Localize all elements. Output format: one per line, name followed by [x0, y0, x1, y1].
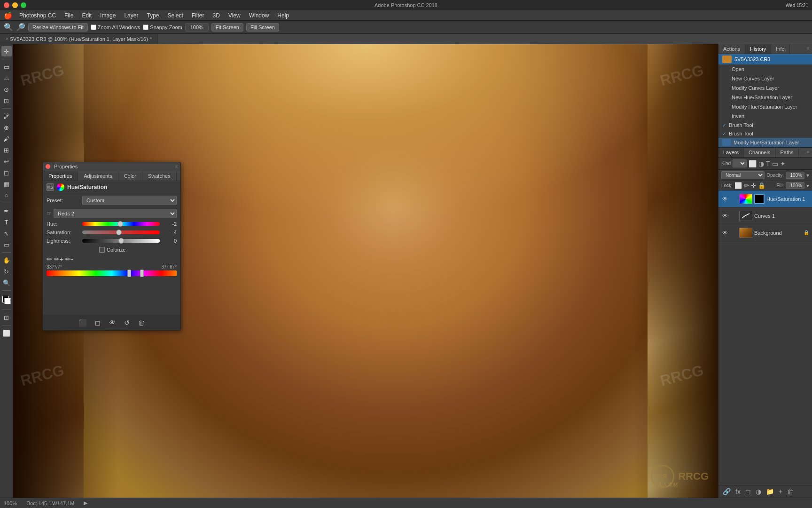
path-select-tool[interactable]: ↖ [1, 228, 12, 238]
hue-slider-thumb[interactable] [117, 221, 123, 227]
marquee-tool[interactable]: ▭ [1, 62, 12, 72]
add-range-icon[interactable]: ✏+ [54, 255, 63, 263]
clone-tool[interactable]: ⊞ [1, 145, 12, 155]
crop-tool[interactable]: ⊡ [1, 95, 12, 106]
eyedropper-tool[interactable]: 🖉 [1, 111, 12, 121]
layer-item-curves[interactable]: 👁 Curves 1 [718, 207, 812, 224]
gradient-tool[interactable]: ▦ [1, 179, 12, 189]
layer-type-icon[interactable]: T [766, 160, 770, 167]
clip-to-layer-btn[interactable]: ◻ [93, 318, 102, 327]
quick-select-tool[interactable]: ⊙ [1, 84, 12, 95]
screen-mode-btn[interactable]: ⬜ [1, 328, 12, 338]
history-item-6[interactable]: Invert [718, 111, 812, 121]
history-panel-menu[interactable]: ≡ [804, 44, 812, 54]
menu-filter[interactable]: Filter [188, 11, 208, 20]
lightness-slider-track[interactable] [82, 239, 160, 243]
menu-edit[interactable]: Edit [78, 11, 95, 20]
layer-eye-background[interactable]: 👁 [721, 230, 729, 236]
apple-icon[interactable]: 🍎 [4, 11, 13, 20]
preset-select[interactable]: Custom Default [82, 196, 177, 205]
new-fill-btn[interactable]: ◑ [754, 487, 763, 496]
hand-tool[interactable]: ✋ [1, 255, 12, 265]
lock-position-icon[interactable]: ✛ [751, 182, 756, 189]
fill-input[interactable] [786, 182, 804, 189]
history-item-0[interactable]: 5V5A3323.CR3 [718, 54, 812, 64]
history-item-7[interactable]: ✓ Brush Tool [718, 121, 812, 129]
tab-history[interactable]: History [745, 44, 771, 54]
pencil-range-icon[interactable]: ✏ [47, 255, 52, 263]
opacity-input[interactable] [786, 172, 804, 179]
blend-mode-select[interactable]: Normal Multiply Screen [721, 171, 765, 179]
resize-windows-btn[interactable]: Resize Windows to Fit [28, 23, 88, 32]
maximize-button[interactable] [21, 2, 26, 8]
lock-image-icon[interactable]: ✏ [744, 182, 749, 189]
colorize-label[interactable]: Colorize [99, 247, 125, 253]
tab-layers[interactable]: Layers [718, 148, 744, 157]
lock-all-icon[interactable]: 🔒 [758, 182, 765, 189]
target-adjust-icon[interactable]: ☞ [47, 210, 52, 217]
eye-btn[interactable]: 👁 [107, 318, 117, 327]
document-tab[interactable]: × 5V5A3323.CR3 @ 100% (Hue/Saturation 1,… [0, 34, 158, 44]
lock-transparent-icon[interactable]: ⬜ [734, 182, 742, 189]
snappy-zoom-input[interactable] [143, 24, 148, 30]
menu-photoshop[interactable]: Photoshop CC [16, 11, 60, 20]
layer-item-huesat[interactable]: 👁 Hue/Saturation 1 [718, 190, 812, 207]
tab-paths[interactable]: Paths [776, 148, 799, 157]
new-group-btn[interactable]: 📁 [765, 487, 775, 496]
delete-layer-btn[interactable]: 🗑 [786, 487, 795, 496]
zoom-tool-icon[interactable]: 🔍 [4, 23, 13, 32]
foreground-color[interactable] [1, 295, 12, 305]
pen-tool[interactable]: ✒ [1, 206, 12, 216]
properties-close-btn[interactable] [46, 164, 50, 169]
fill-arrow[interactable]: ▾ [806, 183, 809, 189]
menu-select[interactable]: Select [164, 11, 187, 20]
move-tool[interactable]: ✛ [1, 46, 12, 56]
zoom-out-icon[interactable]: 🔎 [16, 23, 25, 32]
history-item-9[interactable]: Modify Hue/Saturation Layer [718, 138, 812, 147]
history-item-5[interactable]: Modify Hue/Saturation Layer [718, 102, 812, 111]
link-layers-btn[interactable]: 🔗 [721, 487, 732, 496]
menu-3d[interactable]: 3D [209, 11, 224, 20]
kind-filter-select[interactable]: ≡ [733, 159, 747, 167]
history-item-3[interactable]: Modify Curves Layer [718, 83, 812, 93]
menu-layer[interactable]: Layer [120, 11, 142, 20]
tab-color[interactable]: Color [118, 171, 142, 181]
saturation-slider-thumb[interactable] [116, 230, 122, 235]
new-layer-btn[interactable]: + [777, 487, 784, 496]
tab-swatches[interactable]: Swatches [142, 171, 177, 181]
close-button[interactable] [4, 2, 9, 8]
tab-adjustments[interactable]: Adjustments [78, 171, 118, 181]
properties-menu-icon[interactable]: ≡ [175, 164, 178, 169]
zoom-all-checkbox[interactable]: Zoom All Windows [91, 24, 140, 30]
layer-adjust-icon[interactable]: ◑ [758, 160, 764, 167]
dodge-tool[interactable]: ○ [1, 190, 12, 200]
brush-tool[interactable]: 🖌 [1, 134, 12, 144]
rotate-tool[interactable]: ↻ [1, 266, 12, 277]
heal-tool[interactable]: ⊕ [1, 122, 12, 133]
tab-info[interactable]: Info [771, 44, 789, 54]
rainbow-handle-right[interactable] [140, 270, 144, 277]
rainbow-handle-left[interactable] [127, 270, 131, 277]
eraser-tool[interactable]: ◻ [1, 167, 12, 178]
menu-view[interactable]: View [225, 11, 244, 20]
menu-type[interactable]: Type [143, 11, 163, 20]
history-item-1[interactable]: Open [718, 64, 812, 74]
history-item-2[interactable]: New Curves Layer [718, 74, 812, 83]
layer-eye-huesat[interactable]: 👁 [721, 196, 729, 202]
reset-btn[interactable]: ↺ [122, 318, 132, 327]
rainbow-bar[interactable] [47, 270, 177, 276]
history-item-4[interactable]: New Hue/Saturation Layer [718, 93, 812, 102]
tab-properties[interactable]: Properties [43, 171, 78, 181]
lightness-slider-thumb[interactable] [118, 238, 124, 244]
layer-shape-icon[interactable]: ▭ [772, 160, 778, 167]
lasso-tool[interactable]: ⌓ [1, 73, 12, 83]
menu-help[interactable]: Help [273, 11, 293, 20]
minimize-button[interactable] [12, 2, 18, 8]
fill-screen-btn[interactable]: Fill Screen [246, 23, 279, 32]
history-brush-tool[interactable]: ↩ [1, 156, 12, 167]
tab-actions[interactable]: Actions [718, 44, 745, 54]
type-tool[interactable]: T [1, 217, 12, 227]
layer-smart-icon[interactable]: ✦ [780, 160, 786, 167]
colorize-checkbox[interactable] [99, 247, 105, 253]
history-item-8[interactable]: ✓ Brush Tool [718, 129, 812, 138]
